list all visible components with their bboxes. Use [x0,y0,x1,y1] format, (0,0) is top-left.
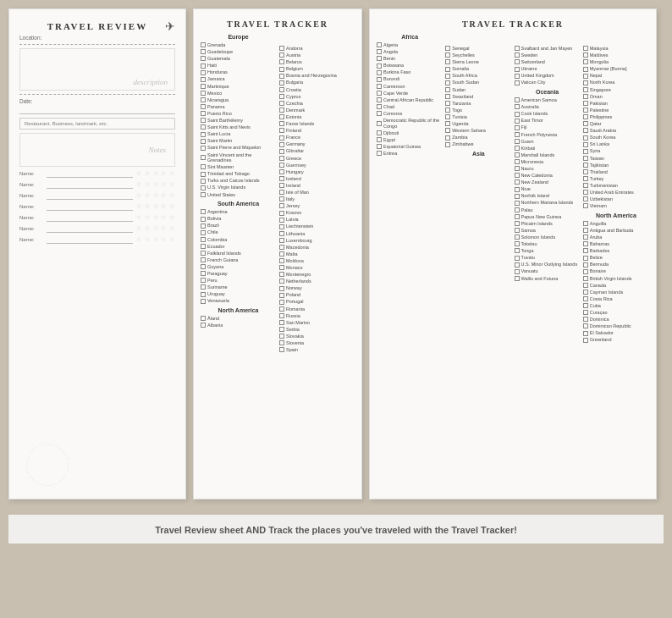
africa-header: Africa [377,34,443,40]
country-haiti: Haiti [201,63,276,69]
country-panama: Panama [201,104,276,110]
country-mexico: Mexico [201,91,276,97]
country-sint-maarten: Sint Maarten [201,164,276,170]
europe-col: Europe Grenada Guadeloupe Guatemala Hait… [201,34,276,499]
country-nicaragua: Nicaragua [201,97,276,103]
country-martinique: Martinique [201,84,276,90]
africa-col2: Senegal Seychelles Sierra Leone Somalia … [445,34,511,344]
country-guatemala: Guatemala [201,56,276,62]
country-united-states: United States [201,192,276,198]
stars-5: ☆ ☆ ☆ ☆ ☆ [136,214,175,221]
country-saint-pierre: Saint Pierre and Miquelon [201,145,276,151]
description-placeholder: description [134,78,168,86]
name-input-2[interactable] [47,180,133,189]
oceania-header: Oceania [515,89,581,95]
country-guadeloupe: Guadeloupe [201,49,276,55]
country-jamaica: Jamaica [201,76,276,82]
country-trinidad: Trinidad and Tobago [201,171,276,177]
europe-header: Europe [201,34,276,40]
stars-4: ☆ ☆ ☆ ☆ ☆ [136,203,175,210]
name-label-3: Name: [19,193,43,198]
country-us-virgin: U.S. Virgin Islands [201,185,276,190]
country-puerto-rico: Puerto Rico [201,111,276,117]
name-row-2: Name: ☆ ☆ ☆ ☆ ☆ [19,180,175,189]
tracker-right-columns: Africa Algeria Angola Benin Botswana Bur… [377,34,649,344]
country-saint-lucia: Saint Lucia [201,131,276,137]
tracker-right-title: TRAVEL TRACKER [377,19,649,29]
north-america-small-header: North America [201,307,276,313]
name-label-1: Name: [19,171,43,176]
country-turks: Turks and Caicos Islands [201,178,276,184]
south-america-header: South America [201,201,276,207]
stars-6: ☆ ☆ ☆ ☆ ☆ [136,225,175,232]
asia-header: Asia [445,151,511,157]
notes-placeholder: Notes [148,146,166,154]
country-honduras: Honduras [201,69,276,75]
stars-1: ☆ ☆ ☆ ☆ ☆ [136,170,175,177]
name-label-4: Name: [19,204,43,209]
name-row-4: Name: ☆ ☆ ☆ ☆ ☆ [19,202,175,211]
separator-1 [19,94,175,95]
caption-bold: Travel Review sheet AND Track the places… [155,525,517,535]
name-input-3[interactable] [47,191,133,200]
stars-7: ☆ ☆ ☆ ☆ ☆ [136,236,175,243]
name-row-3: Name: ☆ ☆ ☆ ☆ ☆ [19,191,175,200]
tracker-left-title: TRAVEL TRACKER [201,19,355,29]
description-area[interactable]: description [19,48,175,91]
date-section: Date: [19,98,175,114]
name-input-1[interactable] [47,169,133,178]
date-label: Date: [19,98,175,104]
north-america-header-right: North America [583,212,649,218]
pages-row: TRAVEL REVIEW ✈ Location: description Da… [8,8,664,508]
name-row-6: Name: ☆ ☆ ☆ ☆ ☆ [19,224,175,233]
country-saint-martin: Saint Martin [201,138,276,144]
restaurant-box: Restaurant, Business, landmark, etc. [19,118,175,130]
stars-2: ☆ ☆ ☆ ☆ ☆ [136,181,175,188]
restaurant-label: Restaurant, Business, landmark, etc. [25,121,170,126]
location-line [19,44,175,45]
caption-text: Travel Review sheet AND Track the places… [155,525,517,535]
location-label: Location: [19,35,175,41]
page-tracker-right: TRAVEL TRACKER Africa Algeria Angola Ben… [369,8,657,499]
tracker-left-columns: Europe Grenada Guadeloupe Guatemala Hait… [201,34,355,499]
name-input-5[interactable] [47,213,133,222]
caption-bar: Travel Review sheet AND Track the places… [8,515,664,544]
page-tracker-left: TRAVEL TRACKER Europe Grenada Guadeloupe… [193,8,362,499]
name-input-4[interactable] [47,202,133,211]
main-container: TRAVEL REVIEW ✈ Location: description Da… [0,0,672,618]
asia-na-col: Malaysia Maldives Mongolia Myanmar [Burm… [583,34,649,344]
europe-col2: Andorra Austria Belarus Belgium Bosnia a… [279,34,355,499]
name-row-7: Name: ☆ ☆ ☆ ☆ ☆ [19,235,175,244]
africa-col1: Africa Algeria Angola Benin Botswana Bur… [377,34,443,344]
name-label-6: Name: [19,226,43,231]
name-input-6[interactable] [47,224,133,233]
name-input-7[interactable] [47,235,133,244]
name-row-1: Name: ☆ ☆ ☆ ☆ ☆ [19,169,175,178]
country-saint-barth: Saint Barthélemy [201,118,276,124]
name-label-7: Name: [19,237,43,242]
country-saint-vincent: Saint Vincent and the Grenadines [201,152,276,163]
watermark [26,444,69,486]
stars-3: ☆ ☆ ☆ ☆ ☆ [136,192,175,199]
country-grenada: Grenada [201,42,276,48]
country-saint-kitts: Saint Kitts and Nevis [201,124,276,130]
europe-oceania-col: Svalbard and Jan Mayen Sweden Switzerlan… [515,34,581,344]
plane-icon: ✈ [165,19,175,34]
name-label-2: Name: [19,182,43,187]
name-row-5: Name: ☆ ☆ ☆ ☆ ☆ [19,213,175,222]
notes-area[interactable]: Notes [19,133,175,167]
date-line [19,106,175,114]
review-title: TRAVEL REVIEW [19,21,175,31]
name-label-5: Name: [19,215,43,220]
page-review: TRAVEL REVIEW ✈ Location: description Da… [8,8,186,499]
